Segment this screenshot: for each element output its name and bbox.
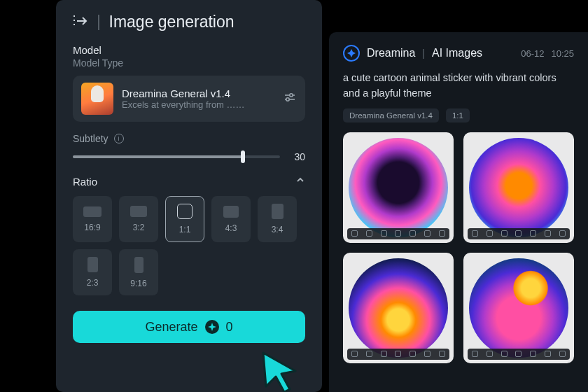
ratio-header[interactable]: Ratio: [73, 175, 305, 188]
image-toolbar[interactable]: [468, 228, 570, 239]
subtlety-row: Subtlety i: [73, 133, 305, 144]
ratio-option-1-1[interactable]: 1:1: [165, 196, 204, 242]
ratio-shape-icon: [272, 204, 284, 219]
svg-point-6: [286, 98, 289, 101]
model-type-label: Model Type: [73, 57, 305, 69]
ratio-shape-icon: [134, 257, 144, 273]
image-toolbar[interactable]: [347, 349, 449, 360]
model-name: Dreamina General v1.4: [122, 88, 274, 99]
brand-name: Dreamina: [367, 47, 415, 59]
ratio-label: 3:2: [133, 223, 145, 232]
generate-button[interactable]: Generate 0: [73, 311, 305, 343]
chip-row: Dreamina General v1.4 1:1: [343, 108, 574, 122]
slider-track[interactable]: [73, 155, 280, 158]
feed-header: Dreamina | AI Images 06-12 10:25: [343, 45, 574, 62]
panel-header: Image generation: [73, 13, 305, 31]
ratio-label: 9:16: [130, 279, 146, 288]
svg-point-4: [290, 94, 293, 97]
image-toolbar[interactable]: [468, 349, 570, 360]
ratio-label: 3:4: [272, 225, 284, 234]
model-description: Excels at everything from ……: [122, 99, 274, 110]
ratio-label: Ratio: [73, 176, 97, 188]
model-thumbnail: [81, 83, 113, 115]
result-grid: [343, 132, 574, 363]
ratio-label: 2:3: [87, 278, 99, 288]
feed-category: AI Images: [432, 47, 482, 59]
ratio-option-2-3[interactable]: 2:3: [73, 249, 112, 295]
ratio-shape-icon: [177, 204, 192, 219]
ratio-grid: 16:93:21:14:33:42:39:16: [73, 196, 305, 295]
info-icon[interactable]: i: [114, 134, 124, 144]
result-image[interactable]: [343, 253, 454, 363]
model-section-label: Model: [73, 44, 305, 56]
slider-fill: [73, 155, 243, 158]
model-selector[interactable]: Dreamina General v1.4 Excels at everythi…: [73, 76, 305, 122]
settings-panel: Image generation Model Model Type Dreami…: [56, 0, 322, 392]
prompt-text: a cute cartoon animal sticker with vibra…: [343, 70, 574, 102]
result-image[interactable]: [343, 132, 454, 243]
ratio-shape-icon: [130, 206, 147, 217]
chip-model[interactable]: Dreamina General v1.4: [343, 108, 439, 122]
subtlety-label: Subtlety: [73, 133, 108, 144]
generate-label: Generate: [145, 320, 197, 335]
results-feed: Dreamina | AI Images 06-12 10:25 a cute …: [329, 32, 588, 392]
ratio-label: 4:3: [225, 223, 237, 233]
model-text: Dreamina General v1.4 Excels at everythi…: [122, 88, 274, 110]
subtlety-slider[interactable]: 30: [73, 151, 305, 162]
ratio-option-4-3[interactable]: 4:3: [211, 196, 251, 242]
ratio-option-9-16[interactable]: 9:16: [119, 249, 158, 295]
chevron-up-icon[interactable]: [295, 175, 305, 188]
brand-logo-icon: [343, 45, 360, 62]
chip-ratio[interactable]: 1:1: [446, 108, 470, 122]
slider-knob[interactable]: [241, 150, 245, 163]
page-title: Image generation: [109, 13, 234, 31]
subtlety-value: 30: [288, 151, 305, 162]
generate-credits: 0: [226, 320, 233, 335]
ratio-option-3-2[interactable]: 3:2: [119, 196, 158, 242]
ratio-shape-icon: [88, 257, 98, 272]
expand-icon[interactable]: [73, 14, 88, 31]
result-image[interactable]: [463, 253, 574, 363]
ratio-label: 1:1: [179, 225, 191, 234]
ratio-option-3-4[interactable]: 3:4: [258, 196, 297, 242]
ratio-label: 16:9: [84, 223, 100, 232]
sliders-icon[interactable]: [283, 90, 297, 107]
ratio-shape-icon: [223, 206, 239, 218]
divider: [98, 15, 99, 30]
ratio-shape-icon: [83, 206, 102, 217]
result-image[interactable]: [463, 132, 574, 243]
timestamp: 06-12 10:25: [521, 48, 574, 59]
image-toolbar[interactable]: [347, 228, 449, 239]
credits-icon: [205, 320, 219, 334]
ratio-option-16-9[interactable]: 16:9: [73, 196, 112, 242]
feed-date: 06-12: [521, 48, 544, 59]
feed-time: 10:25: [551, 48, 574, 59]
separator: |: [422, 48, 425, 59]
